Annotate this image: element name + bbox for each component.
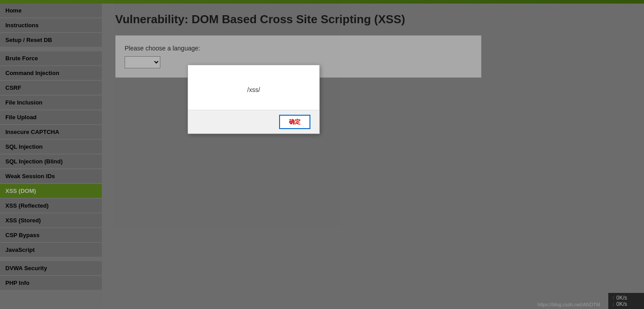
modal-message: /xss/ [247, 86, 260, 93]
modal-dialog: /xss/ 确定 [188, 65, 320, 134]
modal-body: /xss/ [188, 65, 319, 110]
modal-footer: 确定 [188, 110, 319, 134]
modal-overlay: /xss/ 确定 [0, 0, 644, 309]
modal-ok-button[interactable]: 确定 [279, 115, 310, 129]
